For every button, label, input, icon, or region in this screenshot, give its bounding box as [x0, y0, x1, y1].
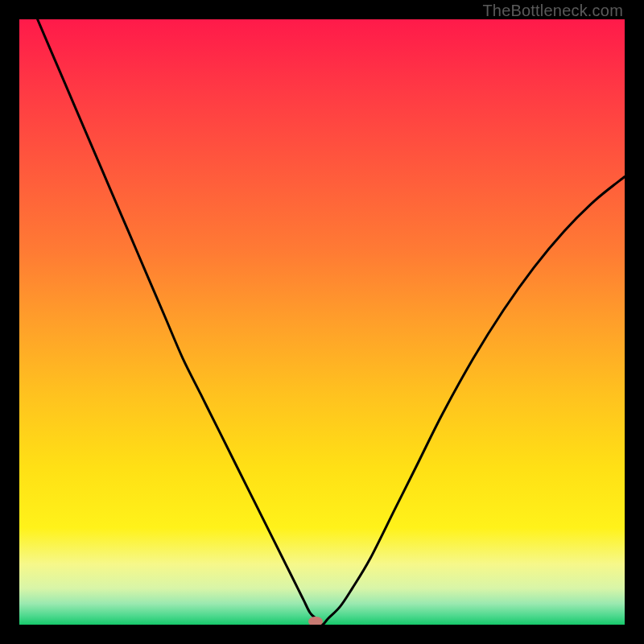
optimal-point-marker	[308, 617, 323, 625]
outer-frame: TheBottleneck.com	[0, 0, 644, 644]
bottleneck-curve	[19, 19, 625, 625]
plot-area	[19, 19, 625, 625]
watermark-text: TheBottleneck.com	[482, 2, 623, 20]
